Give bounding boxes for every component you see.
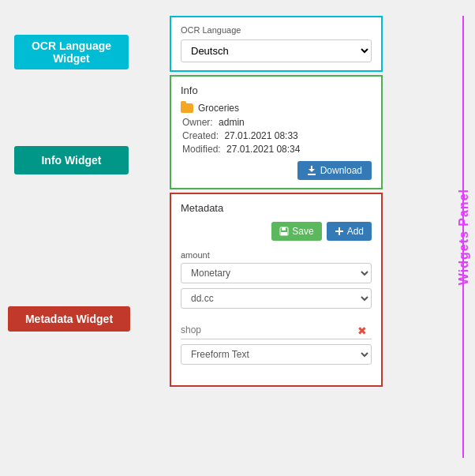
ocr-language-widget-label: OCR Language Widget: [14, 35, 129, 69]
ocr-language-select[interactable]: Deutsch English French Spanish: [181, 39, 372, 62]
info-widget-label: Info Widget: [14, 146, 129, 174]
svg-rect-0: [308, 174, 316, 175]
download-icon: [307, 166, 316, 175]
metadata-label-text: Metadata Widget: [25, 313, 113, 325]
widgets-panel-container: Widgets Panel: [453, 16, 475, 458]
info-owner: Owner: admin: [181, 117, 372, 128]
add-button[interactable]: Add: [327, 222, 372, 241]
info-created: Created: 27.01.2021 08:33: [181, 130, 372, 141]
ocr-label-text: OCR Language Widget: [32, 39, 111, 65]
ocr-widget-title: OCR Language: [181, 25, 372, 35]
created-value: 27.01.2021 08:33: [224, 130, 297, 141]
info-modified: Modified: 27.01.2021 08:34: [181, 144, 372, 155]
svg-rect-2: [282, 227, 286, 231]
widgets-panel-label: Widgets Panel: [457, 189, 471, 285]
folder-icon: [181, 103, 193, 113]
ocr-language-widget: OCR Language Deutsch English French Span…: [170, 16, 383, 72]
modified-value: 27.01.2021 08:34: [226, 144, 300, 155]
svg-rect-5: [335, 231, 343, 232]
amount-label: amount: [181, 250, 372, 260]
download-btn-container: Download: [181, 161, 372, 180]
metadata-widget-title: Metadata: [181, 202, 372, 214]
info-label-text: Info Widget: [41, 154, 101, 167]
info-widget: Info Groceries Owner: admin Created: 27.…: [170, 75, 383, 189]
created-label: Created:: [182, 130, 219, 141]
owner-label: Owner:: [182, 117, 213, 128]
amount-type-select[interactable]: Monetary Integer Float Text: [181, 263, 372, 283]
folder-name: Groceries: [198, 103, 239, 114]
save-button[interactable]: Save: [271, 222, 321, 241]
download-button[interactable]: Download: [297, 161, 372, 180]
download-label: Download: [320, 165, 362, 176]
info-widget-title: Info: [181, 84, 372, 96]
info-folder-row: Groceries: [181, 103, 372, 114]
modified-label: Modified:: [182, 144, 221, 155]
save-label: Save: [292, 226, 313, 237]
shop-input[interactable]: [181, 321, 372, 339]
owner-value: admin: [219, 117, 245, 128]
add-label: Add: [347, 226, 364, 237]
shop-input-container: ✖: [181, 321, 372, 339]
amount-format-select[interactable]: dd.cc dd.mm.yyyy Other: [181, 288, 372, 309]
amount-field: amount Monetary Integer Float Text dd.cc…: [181, 250, 372, 313]
right-panel: OCR Language Deutsch English French Span…: [170, 16, 383, 387]
shop-field: ✖ Freeform Text Date Number: [181, 321, 372, 369]
main-container: OCR Language Widget Info Widget Metadata…: [0, 0, 475, 476]
metadata-actions: Save Add: [181, 222, 372, 241]
metadata-widget: Metadata Save Add: [170, 193, 383, 387]
svg-rect-3: [281, 232, 287, 235]
save-icon: [279, 227, 289, 236]
shop-clear-icon[interactable]: ✖: [357, 324, 367, 337]
metadata-widget-label: Metadata Widget: [8, 306, 130, 332]
add-icon: [335, 227, 344, 236]
shop-type-select[interactable]: Freeform Text Date Number: [181, 344, 372, 365]
